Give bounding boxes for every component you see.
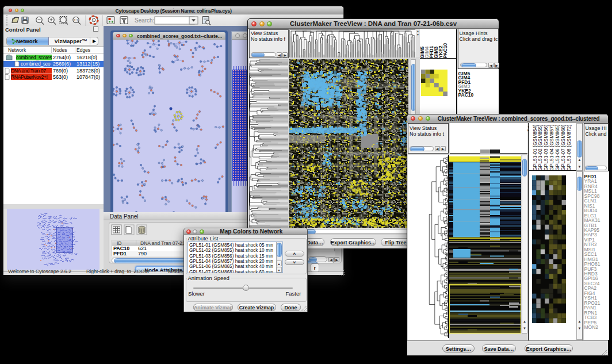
svg-text:Search:: Search: <box>135 17 154 24</box>
svg-text:1:1: 1:1 <box>74 18 78 22</box>
